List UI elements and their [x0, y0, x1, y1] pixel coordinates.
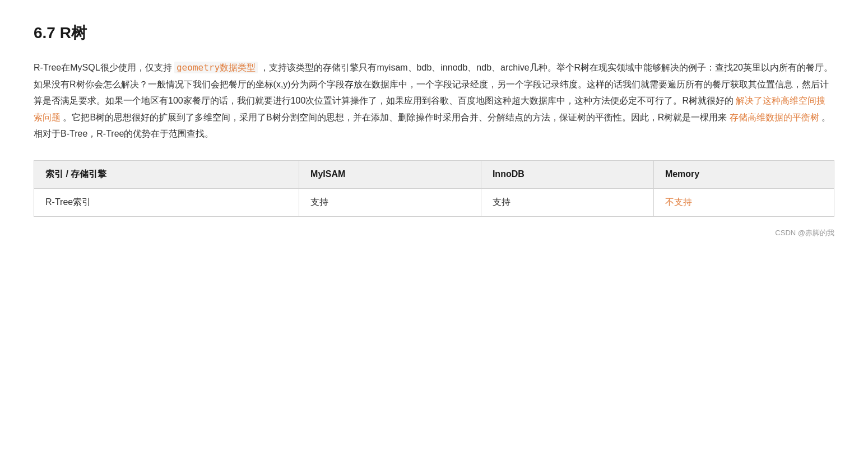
highlight-geometry: geometry数据类型	[174, 62, 258, 73]
text-part1: R-Tree在MySQL很少使用，仅支持	[34, 63, 174, 72]
col-header-memory: Memory	[653, 160, 834, 188]
table-row: R-Tree索引 支持 支持 不支持	[34, 188, 834, 216]
page-title: 6.7 R树	[34, 22, 834, 44]
content-paragraph: R-Tree在MySQL很少使用，仅支持 geometry数据类型 ，支持该类型…	[34, 59, 834, 142]
text-part3: 。它把B树的思想很好的扩展到了多维空间，采用了B树分割空间的思想，并在添加、删除…	[61, 113, 730, 122]
footer-note: CSDN @赤脚的我	[34, 228, 834, 238]
comparison-table: 索引 / 存储引擎 MyISAM InnoDB Memory R-Tree索引 …	[34, 160, 834, 217]
table-header-row: 索引 / 存储引擎 MyISAM InnoDB Memory	[34, 160, 834, 188]
col-header-innodb: InnoDB	[481, 160, 653, 188]
cell-myisam-support: 支持	[299, 188, 481, 216]
cell-innodb-support: 支持	[481, 188, 653, 216]
col-header-index: 索引 / 存储引擎	[34, 160, 299, 188]
cell-index-type: R-Tree索引	[34, 188, 299, 216]
highlight-balanced-tree: 存储高维数据的平衡树	[730, 113, 819, 122]
col-header-myisam: MyISAM	[299, 160, 481, 188]
index-engine-table: 索引 / 存储引擎 MyISAM InnoDB Memory R-Tree索引 …	[34, 160, 834, 217]
cell-memory-support: 不支持	[653, 188, 834, 216]
